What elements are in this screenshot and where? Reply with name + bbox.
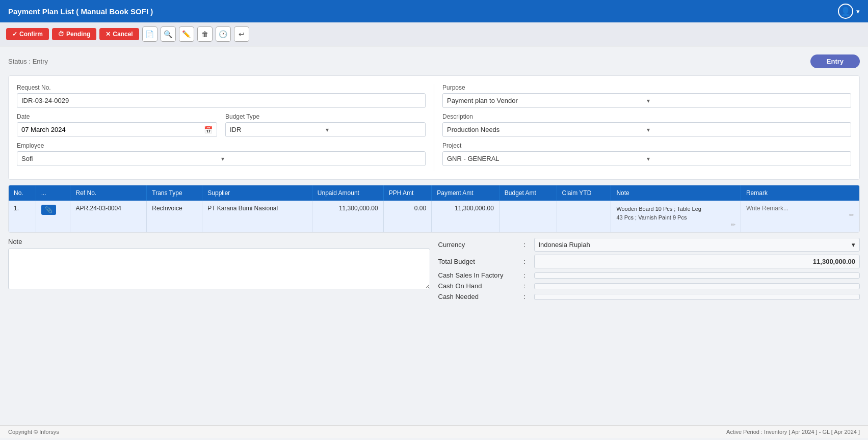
status-label: Status : Entry <box>8 58 48 65</box>
currency-row: Currency : Indonesia Rupiah ▾ <box>438 238 860 252</box>
cell-supplier: PT Karana Bumi Nasional <box>202 201 312 232</box>
user-avatar: 👤 <box>838 4 853 19</box>
form-right: Purpose Payment plan to Vendor ▾ Descrip… <box>442 84 851 171</box>
total-budget-row: Total Budget : 11,300,000.00 <box>438 255 860 268</box>
budget-type-select[interactable]: IDR ▾ <box>225 122 426 137</box>
app-footer: Copyright © Inforsys Active Period : Inv… <box>0 425 868 438</box>
form-divider <box>434 84 434 171</box>
clock-small-icon: ⏱ <box>58 31 64 38</box>
calendar-icon[interactable]: 📅 <box>200 126 217 134</box>
table-row: 1. 📎 APR.24-03-0004 RecInvoice PT Karana… <box>9 201 859 232</box>
history-button[interactable]: 🕐 <box>216 26 231 42</box>
cell-trans-type: RecInvoice <box>147 201 202 232</box>
employee-value: Sofi <box>21 155 221 162</box>
cell-no: 1. <box>9 201 36 232</box>
form-left: Request No. Date 📅 Budget Type <box>17 84 426 171</box>
document-button[interactable]: 📄 <box>142 26 157 42</box>
cell-attach: 📎 <box>36 201 70 232</box>
cell-ref-no: APR.24-03-0004 <box>70 201 147 232</box>
back-button[interactable]: ↩ <box>234 26 249 42</box>
request-no-label: Request No. <box>17 84 426 91</box>
cell-budget <box>499 201 557 232</box>
delete-button[interactable]: 🗑 <box>197 26 213 42</box>
request-no-input[interactable] <box>17 93 426 108</box>
attachment-button[interactable]: 📎 <box>41 205 56 215</box>
note-section: Note <box>8 238 430 304</box>
status-bar: Status : Entry Entry <box>8 52 860 70</box>
form-card: Request No. Date 📅 Budget Type <box>8 75 860 180</box>
note-content: Wooden Board 10 Pcs ; Table Leg43 Pcs ; … <box>616 205 735 222</box>
main-content: Status : Entry Entry Request No. Date 📅 <box>0 46 868 425</box>
confirm-button[interactable]: ✓ Confirm <box>6 28 49 40</box>
cash-needed-row: Cash Needed : <box>438 293 860 300</box>
description-field: Description Production Needs ▾ <box>442 113 851 137</box>
edit-button[interactable]: ✏️ <box>179 26 194 42</box>
date-field: Date 📅 <box>17 113 217 137</box>
request-no-field: Request No. <box>17 84 426 108</box>
col-ref-no: Ref No. <box>70 185 147 201</box>
col-attach: ... <box>36 185 70 201</box>
cell-note: Wooden Board 10 Pcs ; Table Leg43 Pcs ; … <box>611 201 741 232</box>
toolbar: ✓ Confirm ⏱ Pending ✕ Cancel 📄 🔍 ✏️ 🗑 🕐 … <box>0 22 868 46</box>
pending-button[interactable]: ⏱ Pending <box>52 28 96 40</box>
bottom-section: Note Currency : Indonesia Rupiah ▾ Total… <box>8 238 860 304</box>
employee-field: Employee Sofi ▾ <box>17 142 426 166</box>
col-claim: Claim YTD <box>557 185 611 201</box>
cash-sales-value <box>534 272 860 279</box>
payment-table: No. ... Ref No. Trans Type Supplier Unpa… <box>9 185 859 232</box>
date-label: Date <box>17 113 217 120</box>
note-edit-icon[interactable]: ✏ <box>731 222 735 228</box>
remark-edit-icon[interactable]: ✏ <box>849 212 854 218</box>
col-no: No. <box>9 185 36 201</box>
date-input[interactable] <box>17 123 200 136</box>
cash-on-hand-value <box>534 283 860 289</box>
employee-arrow: ▾ <box>221 155 421 162</box>
app-header: Payment Plan List ( Manual Book SOFI ) 👤… <box>0 0 868 22</box>
description-select[interactable]: Production Needs ▾ <box>442 122 851 137</box>
col-remark: Remark <box>741 185 859 201</box>
date-input-wrapper: 📅 <box>17 122 217 137</box>
employee-select[interactable]: Sofi ▾ <box>17 151 426 166</box>
cell-claim <box>557 201 611 232</box>
budget-type-field: Budget Type IDR ▾ <box>225 113 426 137</box>
purpose-value: Payment plan to Vendor <box>447 97 647 104</box>
currency-arrow: ▾ <box>852 241 855 249</box>
total-budget-value: 11,300,000.00 <box>534 255 860 268</box>
cash-needed-label: Cash Needed <box>438 293 520 300</box>
user-arrow: ▾ <box>856 8 860 15</box>
cell-pph: 0.00 <box>383 201 432 232</box>
entry-badge: Entry <box>810 54 860 68</box>
project-field: Project GNR - GENERAL ▾ <box>442 142 851 166</box>
page-title: Payment Plan List ( Manual Book SOFI ) <box>8 7 153 16</box>
note-label: Note <box>8 238 430 245</box>
project-label: Project <box>442 142 851 149</box>
col-trans-type: Trans Type <box>147 185 202 201</box>
search-button[interactable]: 🔍 <box>161 26 176 42</box>
purpose-select[interactable]: Payment plan to Vendor ▾ <box>442 93 851 108</box>
currency-select[interactable]: Indonesia Rupiah ▾ <box>534 238 860 252</box>
cash-on-hand-row: Cash On Hand : <box>438 282 860 290</box>
project-select[interactable]: GNR - GENERAL ▾ <box>442 151 851 166</box>
cell-unpaid: 11,300,000.00 <box>312 201 383 232</box>
currency-label: Currency <box>438 241 520 249</box>
copyright: Copyright © Inforsys <box>8 429 59 435</box>
date-budget-row: Date 📅 Budget Type IDR ▾ <box>17 113 426 142</box>
col-unpaid: Unpaid Amount <box>312 185 383 201</box>
budget-type-arrow: ▾ <box>326 126 422 133</box>
project-arrow: ▾ <box>647 155 847 162</box>
employee-label: Employee <box>17 142 426 149</box>
remark-input[interactable] <box>746 205 854 212</box>
cell-payment: 11,300,000.00 <box>432 201 499 232</box>
project-value: GNR - GENERAL <box>447 155 647 162</box>
check-icon: ✓ <box>12 31 17 38</box>
note-textarea[interactable] <box>8 249 430 289</box>
data-table-card: No. ... Ref No. Trans Type Supplier Unpa… <box>8 185 860 233</box>
user-menu[interactable]: 👤 ▾ <box>838 4 860 19</box>
currency-value: Indonesia Rupiah <box>539 241 590 249</box>
description-arrow: ▾ <box>647 126 847 133</box>
col-payment: Payment Amt <box>432 185 499 201</box>
cancel-button[interactable]: ✕ Cancel <box>99 28 139 40</box>
purpose-field: Purpose Payment plan to Vendor ▾ <box>442 84 851 108</box>
active-period: Active Period : Inventory [ Apr 2024 ] -… <box>726 429 860 435</box>
col-supplier: Supplier <box>202 185 312 201</box>
